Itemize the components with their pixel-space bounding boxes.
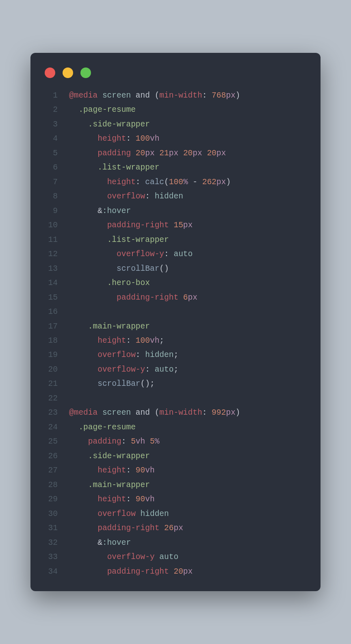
token-op: :: [136, 178, 145, 187]
token-txt: [145, 437, 150, 446]
code-line[interactable]: 6 .list-wrapper: [41, 161, 310, 175]
token-unit: px: [193, 149, 202, 158]
token-sel: .side-wrapper: [88, 452, 150, 461]
line-number: 13: [41, 262, 58, 276]
line-number: 3: [41, 117, 58, 132]
token-txt: [169, 221, 174, 230]
token-unit: px: [217, 149, 226, 158]
token-unit: vh: [136, 437, 145, 446]
code-line[interactable]: 12 overflow-y: auto: [41, 247, 310, 261]
code-line[interactable]: 10 padding-right 15px: [41, 218, 310, 233]
code-editor[interactable]: 1@media screen and (min-width: 768px)2 .…: [41, 89, 310, 579]
token-prop: overflow-y: [98, 365, 145, 374]
token-prop: padding: [88, 437, 121, 446]
token-kw: screen: [102, 408, 131, 417]
line-number: 11: [41, 233, 58, 247]
code-line[interactable]: 1@media screen and (min-width: 768px): [41, 89, 310, 103]
token-prop: overflow: [98, 350, 136, 359]
token-unit: px: [188, 293, 197, 302]
token-op: :: [136, 350, 145, 359]
code-line[interactable]: 7 height: calc(100% - 262px): [41, 175, 310, 189]
code-line[interactable]: 19 overflow: hidden;: [41, 348, 310, 362]
token-txt: [155, 149, 160, 158]
code-content: height: 100vh: [58, 132, 159, 146]
token-unit: px: [183, 221, 193, 230]
code-line[interactable]: 29 height: 90vh: [41, 492, 310, 507]
token-num: 100: [169, 178, 183, 187]
code-line[interactable]: 23@media screen and (min-width: 992px): [41, 406, 310, 420]
token-unit: vh: [145, 466, 154, 475]
token-unit: %: [155, 437, 160, 446]
code-content: @media screen and (min-width: 992px): [58, 406, 240, 420]
line-number: 30: [41, 507, 58, 521]
token-unit: px: [145, 149, 154, 158]
line-number: 9: [41, 204, 58, 218]
token-op: and: [136, 408, 150, 417]
maximize-icon[interactable]: [80, 67, 91, 78]
code-line[interactable]: 5 padding 20px 21px 20px 20px: [41, 146, 310, 161]
token-op: :: [121, 437, 131, 446]
code-line[interactable]: 13 scrollBar(): [41, 262, 310, 276]
token-paren: ): [236, 91, 240, 100]
code-line[interactable]: 24 .page-resume: [41, 420, 310, 435]
token-unit: px: [217, 178, 226, 187]
token-unit: px: [173, 524, 183, 533]
token-num: 768: [212, 91, 226, 100]
code-line[interactable]: 32 &:hover: [41, 536, 310, 550]
code-content: overflow: hidden: [58, 189, 183, 204]
code-content: scrollBar();: [58, 377, 155, 391]
token-op: ;: [159, 336, 164, 345]
code-line[interactable]: 4 height: 100vh: [41, 132, 310, 146]
token-num: 100: [136, 134, 150, 143]
token-op: &: [98, 538, 102, 547]
minimize-icon[interactable]: [63, 67, 73, 78]
line-number: 26: [41, 449, 58, 463]
code-line[interactable]: 18 height: 100vh;: [41, 334, 310, 348]
token-kw: hidden: [155, 192, 183, 201]
close-icon[interactable]: [45, 67, 55, 78]
token-op: :: [126, 466, 135, 475]
line-number: 31: [41, 521, 58, 535]
code-line[interactable]: 17 .main-wrapper: [41, 320, 310, 334]
line-number: 28: [41, 478, 58, 492]
code-line[interactable]: 3 .side-wrapper: [41, 117, 310, 132]
token-prop: min-width: [159, 91, 202, 100]
token-num: 90: [136, 495, 145, 504]
code-line[interactable]: 25 padding: 5vh 5%: [41, 435, 310, 449]
token-txt: [178, 149, 183, 158]
token-op: :: [202, 408, 212, 417]
token-op: :: [145, 192, 154, 201]
code-line[interactable]: 33 overflow-y auto: [41, 550, 310, 564]
code-content: &:hover: [58, 536, 131, 550]
code-line[interactable]: 22: [41, 392, 310, 406]
code-line[interactable]: 34 padding-right 20px: [41, 565, 310, 579]
code-line[interactable]: 31 padding-right 26px: [41, 521, 310, 535]
token-txt: [98, 408, 102, 417]
code-line[interactable]: 30 overflow hidden: [41, 507, 310, 521]
code-line[interactable]: 14 .hero-box: [41, 276, 310, 290]
code-line[interactable]: 15 padding-right 6px: [41, 291, 310, 305]
code-content: padding 20px 21px 20px 20px: [58, 146, 226, 161]
code-line[interactable]: 20 overflow-y: auto;: [41, 363, 310, 377]
code-line[interactable]: 27 height: 90vh: [41, 463, 310, 478]
code-content: .main-wrapper: [58, 320, 150, 334]
code-line[interactable]: 8 overflow: hidden: [41, 189, 310, 204]
code-line[interactable]: 2 .page-resume: [41, 103, 310, 117]
token-op: :: [202, 91, 212, 100]
window-titlebar: [41, 65, 310, 89]
line-number: 22: [41, 392, 58, 406]
code-line[interactable]: 16: [41, 305, 310, 319]
token-prop: padding: [98, 149, 131, 158]
line-number: 24: [41, 420, 58, 435]
token-sel: .list-wrapper: [107, 235, 169, 244]
code-line[interactable]: 21 scrollBar();: [41, 377, 310, 391]
code-line[interactable]: 9 &:hover: [41, 204, 310, 218]
code-content: height: calc(100% - 262px): [58, 175, 231, 189]
code-content: overflow hidden: [58, 507, 169, 521]
code-line[interactable]: 28 .main-wrapper: [41, 478, 310, 492]
code-line[interactable]: 11 .list-wrapper: [41, 233, 310, 247]
token-kw: auto: [173, 250, 193, 259]
token-num: 5: [131, 437, 136, 446]
code-content: .list-wrapper: [58, 161, 159, 175]
code-line[interactable]: 26 .side-wrapper: [41, 449, 310, 463]
